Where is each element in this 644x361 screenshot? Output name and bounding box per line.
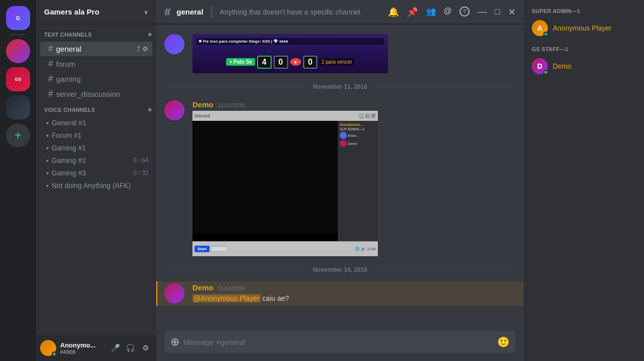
member-name-demo: Demo bbox=[553, 62, 571, 70]
channel-name-server-disscussion: server_disscussion bbox=[56, 90, 148, 98]
message-avatar-demo[interactable] bbox=[164, 100, 184, 120]
message-avatar-demo-2[interactable] bbox=[164, 283, 184, 303]
pin-icon[interactable]: 📌 bbox=[407, 7, 418, 18]
channel-item-general[interactable]: # general ⤴ ⚙ bbox=[40, 42, 152, 56]
voice-channel-general1[interactable]: ▾ General #1 bbox=[40, 117, 152, 129]
voice-channel-count: 0 / 64 bbox=[133, 157, 148, 164]
channel-name-general: general bbox=[56, 45, 137, 53]
channel-name-gaming: gaming bbox=[56, 75, 148, 83]
voice-channel-name: Gaming #2 bbox=[52, 156, 86, 164]
message-text-after: caiu ae? bbox=[263, 294, 289, 302]
voice-channel-name: Forum #1 bbox=[52, 131, 82, 139]
maximize-icon[interactable]: □ bbox=[495, 7, 500, 18]
server-icon-3[interactable]: GS bbox=[6, 67, 30, 91]
voice-arrow-icon: ▾ bbox=[46, 170, 49, 176]
channel-hash-icon: # bbox=[164, 6, 170, 19]
hash-icon: # bbox=[48, 44, 53, 54]
message-avatar[interactable] bbox=[164, 34, 184, 54]
message-group-demo-nov14: Demo 11/14/2016 @Anonymous Player caiu a… bbox=[156, 281, 524, 306]
divider-line bbox=[164, 270, 309, 270]
message-username-demo-2[interactable]: Demo bbox=[192, 283, 213, 292]
emoji-picker-button[interactable]: 🙂 bbox=[497, 336, 510, 348]
message-timestamp: 11/11/2016 bbox=[218, 102, 245, 108]
message-username-demo[interactable]: Demo bbox=[192, 100, 213, 109]
voice-channel-afk[interactable]: ▾ Not doing Anything (AFK) bbox=[40, 179, 152, 192]
message-header: Demo 11/11/2016 bbox=[192, 100, 516, 109]
notification-bell-icon[interactable]: 🔔 bbox=[388, 7, 399, 18]
screenshot-image[interactable]: Discord _ □ ✕ An bbox=[192, 111, 378, 256]
at-icon[interactable]: @ bbox=[444, 7, 452, 18]
add-text-channel-button[interactable]: + bbox=[147, 30, 152, 39]
text-channels-section: TEXT CHANNELS + # general ⤴ ⚙ # forum # … bbox=[36, 28, 156, 101]
date-divider-nov14: November 14, 2016 bbox=[164, 266, 516, 273]
voice-channels-header[interactable]: VOICE CHANNELS + bbox=[36, 103, 156, 116]
server-divider bbox=[10, 34, 26, 35]
message-header-2: Demo 11/14/2016 bbox=[192, 283, 516, 292]
user-settings-button[interactable]: ⚙ bbox=[138, 341, 152, 355]
mute-button[interactable]: 🎤 bbox=[108, 341, 122, 355]
voice-arrow-icon: ▾ bbox=[46, 183, 49, 189]
hash-icon: # bbox=[48, 89, 53, 99]
server-name: Gamers ala Pro bbox=[44, 8, 99, 16]
add-voice-channel-button[interactable]: + bbox=[147, 105, 152, 114]
voice-channel-gaming2[interactable]: ▾ Gaming #2 0 / 64 bbox=[40, 154, 152, 166]
close-icon[interactable]: ✕ bbox=[508, 7, 516, 18]
member-item-demo[interactable]: D Demo bbox=[528, 56, 640, 76]
message-input[interactable] bbox=[183, 332, 497, 352]
server-header[interactable]: Gamers ala Pro ∨ bbox=[36, 0, 156, 24]
upload-icon[interactable]: ⤴ bbox=[137, 45, 140, 53]
channel-item-gaming[interactable]: # gaming bbox=[40, 72, 152, 86]
member-status-online bbox=[543, 32, 548, 37]
server-icon-2[interactable] bbox=[6, 39, 30, 63]
deafen-button[interactable]: 🎧 bbox=[123, 341, 137, 355]
voice-arrow-icon: ▾ bbox=[46, 133, 49, 138]
settings-icon[interactable]: ⚙ bbox=[142, 45, 148, 53]
voice-channel-gaming1[interactable]: ▾ Gaming #1 bbox=[40, 142, 152, 154]
hash-icon: # bbox=[48, 59, 53, 69]
help-icon[interactable]: ? bbox=[460, 7, 470, 17]
channel-item-forum[interactable]: # forum bbox=[40, 57, 152, 71]
message-text-mention: @Anonymous Player caiu ae? bbox=[192, 294, 516, 304]
message-group-demo-nov11: Demo 11/11/2016 Discord _ □ ✕ bbox=[156, 98, 524, 258]
divider-line bbox=[164, 87, 309, 87]
date-text: November 11, 2016 bbox=[313, 83, 367, 90]
channel-name-forum: forum bbox=[56, 60, 148, 68]
minimize-icon[interactable]: — bbox=[478, 7, 487, 18]
add-server-button[interactable]: + bbox=[6, 123, 30, 147]
server-icon-gamers-ala-pro[interactable]: G bbox=[6, 6, 30, 30]
member-name-anonymous-player: Anonymous Player bbox=[553, 24, 612, 32]
attach-file-button[interactable]: ⊕ bbox=[170, 335, 179, 348]
voice-channel-forum1[interactable]: ▾ Forum #1 bbox=[40, 129, 152, 141]
member-status-online-demo bbox=[543, 70, 548, 75]
voice-channel-name: Gaming #3 bbox=[52, 169, 86, 177]
members-list-icon[interactable]: 👥 bbox=[426, 7, 436, 18]
mention-anonymous-player[interactable]: @Anonymous Player bbox=[192, 294, 261, 302]
channel-item-server-disscussion[interactable]: # server_disscussion bbox=[40, 87, 152, 101]
members-sidebar: SUPER ADMIN—1 A Anonymous Player GS STAF… bbox=[524, 0, 644, 361]
voice-channel-gaming3[interactable]: ▾ Gaming #3 0 / 32 bbox=[40, 167, 152, 179]
member-avatar-wrap-demo: D bbox=[532, 58, 548, 74]
text-channels-header[interactable]: TEXT CHANNELS + bbox=[36, 28, 156, 41]
server-icon-4[interactable] bbox=[6, 95, 30, 119]
voice-channels-label: VOICE CHANNELS bbox=[44, 107, 95, 113]
voice-channels-section: VOICE CHANNELS + ▾ General #1 ▾ Forum #1… bbox=[36, 103, 156, 192]
game-screenshot-image[interactable]: ✖ Fiz isso para completar Stage: 0/20 | … bbox=[192, 34, 388, 73]
hash-icon: # bbox=[48, 74, 53, 84]
user-controls: 🎤 🎧 ⚙ bbox=[108, 341, 152, 355]
server-sidebar: G GS + bbox=[0, 0, 36, 361]
member-item-anonymous-player[interactable]: A Anonymous Player bbox=[528, 18, 640, 38]
current-user-avatar[interactable] bbox=[40, 340, 56, 356]
message-input-area: ⊕ 🙂 bbox=[156, 331, 524, 361]
voice-arrow-icon: ▾ bbox=[46, 145, 49, 151]
channel-list: TEXT CHANNELS + # general ⤴ ⚙ # forum # … bbox=[36, 24, 156, 335]
message-content-demo-2: Demo 11/14/2016 @Anonymous Player caiu a… bbox=[192, 283, 516, 304]
divider-line bbox=[371, 270, 516, 270]
channel-general-icons: ⤴ ⚙ bbox=[137, 45, 148, 53]
super-admin-section-header: SUPER ADMIN—1 bbox=[528, 8, 640, 14]
channel-topic: Anything that doesn't have a specific ch… bbox=[220, 8, 362, 16]
channel-header: # general Anything that doesn't have a s… bbox=[156, 0, 524, 24]
chevron-down-icon: ∨ bbox=[144, 9, 148, 16]
member-avatar-wrap: A bbox=[532, 20, 548, 36]
current-user-name: Anonymo... bbox=[60, 341, 104, 349]
messages-area: ✖ Fiz isso para completar Stage: 0/20 | … bbox=[156, 24, 524, 331]
